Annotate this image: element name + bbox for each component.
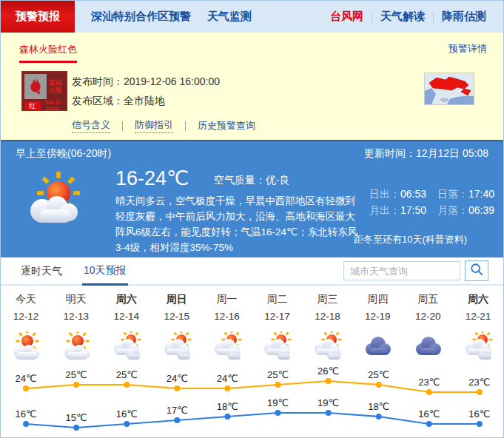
svg-text:15℃: 15℃ bbox=[66, 412, 87, 423]
svg-text:16℃: 16℃ bbox=[116, 408, 138, 420]
forecast-tabs-bar: 逐时天气 10天预报 bbox=[1, 257, 503, 286]
day-label: 周二 bbox=[252, 293, 303, 311]
forecast-column: 周三12-18 bbox=[302, 293, 352, 363]
date-label: 12-20 bbox=[403, 311, 453, 330]
weather-icon-sun-clouds bbox=[152, 330, 202, 363]
date-label: 12-18 bbox=[302, 311, 352, 330]
warning-area-map[interactable] bbox=[425, 73, 474, 104]
svg-text:16℃: 16℃ bbox=[418, 408, 440, 420]
svg-text:18℃: 18℃ bbox=[368, 401, 389, 412]
forecast-column: 周五12-20 bbox=[403, 293, 453, 363]
update-time: 更新时间：12月12日 05:08 bbox=[364, 147, 488, 161]
warning-level-badge: 红 bbox=[24, 101, 41, 111]
date-label: 12-16 bbox=[202, 311, 252, 330]
weather-icon-sun-clouds bbox=[202, 330, 252, 363]
temperature-chart: 24℃25℃25℃24℃24℃25℃26℃25℃23℃23℃16℃15℃16℃1… bbox=[1, 367, 504, 438]
defense-guide-link[interactable]: 防御指引 bbox=[135, 118, 173, 133]
search-icon bbox=[470, 263, 483, 279]
forecast-column: 周六12-14 bbox=[101, 293, 152, 363]
warning-tab-row: 森林火险红色 预警详情 bbox=[1, 33, 503, 65]
nav-right-links: 台风网 天气解读 降雨估测 bbox=[322, 10, 503, 24]
weather-icon-dark-cloud bbox=[352, 330, 403, 363]
svg-text:19℃: 19℃ bbox=[317, 397, 339, 408]
day-label: 周六 bbox=[453, 293, 503, 311]
forecast-column: 明天12-13 bbox=[51, 293, 101, 363]
svg-text:23℃: 23℃ bbox=[418, 377, 440, 388]
search-button[interactable] bbox=[465, 260, 488, 281]
sun-cloud-icon bbox=[20, 171, 91, 232]
forecast-column: 周一12-16 bbox=[202, 293, 252, 363]
day-label: 周日 bbox=[152, 293, 202, 311]
weather-icon-dark-cloud bbox=[403, 330, 453, 363]
air-quality: 空气质量：优-良 bbox=[214, 174, 290, 187]
nav-tab-monitoring[interactable]: 天气监测 bbox=[207, 10, 252, 24]
svg-text:24℃: 24℃ bbox=[217, 373, 238, 384]
publish-time: 发布时间：2019-12-06 16:00:00 bbox=[72, 75, 220, 89]
forecast-column: 今天12-12 bbox=[1, 293, 51, 363]
svg-text:16℃: 16℃ bbox=[468, 408, 490, 420]
signal-meaning-link[interactable]: 信号含义 bbox=[72, 118, 110, 133]
top-nav: 预警预报 深汕特别合作区预警 天气监测 台风网 天气解读 降雨估测 bbox=[1, 1, 503, 33]
nav-link-rainfall[interactable]: 降雨估测 bbox=[434, 10, 494, 24]
date-label: 12-19 bbox=[352, 311, 403, 330]
weather-page: 预警预报 深汕特别合作区预警 天气监测 台风网 天气解读 降雨估测 森林火险红色… bbox=[0, 0, 504, 438]
weather-description: 晴天间多云，空气极度干燥，早晨中西部地区有轻微到轻度灰霾，中午前后风力加大，沿海… bbox=[115, 193, 363, 255]
nav-link-weather-analysis[interactable]: 天气解读 bbox=[372, 10, 433, 24]
day-label: 周三 bbox=[302, 293, 352, 311]
nav-link-typhoon[interactable]: 台风网 bbox=[322, 10, 372, 24]
forecast-columns: 今天12-12明天12-13周六12-14周日12-15周一12-16周二12-… bbox=[1, 286, 503, 363]
date-label: 12-13 bbox=[51, 311, 101, 330]
wildfire-warning-icon: 森林 火险 红 WILD FIRE bbox=[21, 71, 67, 111]
divider bbox=[185, 121, 186, 131]
tab-ten-day-forecast[interactable]: 10天预报 bbox=[82, 257, 128, 286]
temperature-range: 16-24℃ bbox=[115, 166, 189, 190]
flame-icon bbox=[24, 74, 47, 99]
day-label: 明天 bbox=[51, 293, 101, 311]
svg-text:18℃: 18℃ bbox=[217, 401, 238, 412]
day-label: 周六 bbox=[101, 293, 152, 311]
svg-text:17℃: 17℃ bbox=[167, 405, 188, 416]
history-warning-query-link[interactable]: 历史预警查询 bbox=[198, 119, 255, 132]
weather-icon-sun-clouds bbox=[252, 330, 303, 363]
city-weather-search-input[interactable] bbox=[343, 261, 460, 280]
date-label: 12-15 bbox=[152, 311, 202, 330]
divider bbox=[122, 121, 123, 131]
weather-icon-sun-clouds bbox=[453, 330, 503, 363]
date-label: 12-12 bbox=[1, 311, 51, 330]
ten-day-forecast: 今天12-12明天12-13周六12-14周日12-15周一12-16周二12-… bbox=[1, 286, 503, 438]
nav-tab-shenshan[interactable]: 深汕特别合作区预警 bbox=[91, 10, 191, 24]
warning-icon-title: 森林 火险 bbox=[47, 74, 64, 99]
publish-area: 发布区域：全市陆地 bbox=[72, 95, 165, 108]
day-label: 周一 bbox=[202, 293, 252, 311]
forecast-column: 周六12-21 bbox=[453, 293, 503, 363]
svg-text:25℃: 25℃ bbox=[66, 369, 87, 380]
weather-icon-sun-clouds bbox=[302, 330, 352, 363]
warning-details-link[interactable]: 预警详情 bbox=[448, 42, 487, 55]
day-label: 周四 bbox=[352, 293, 403, 311]
temperature-chart-wrap: 24℃25℃25℃24℃24℃25℃26℃25℃23℃23℃16℃15℃16℃1… bbox=[1, 367, 504, 438]
svg-text:16℃: 16℃ bbox=[15, 408, 36, 420]
forecast-column: 周日12-15 bbox=[152, 293, 202, 363]
warning-tab-forest-fire-red[interactable]: 森林火险红色 bbox=[19, 43, 77, 63]
svg-text:24℃: 24℃ bbox=[167, 373, 188, 384]
weather-icon-sun-small-cloud bbox=[1, 330, 51, 363]
warning-icon-title-en: WILD FIRE bbox=[41, 99, 64, 112]
day-label: 今天 bbox=[1, 293, 51, 311]
svg-text:25℃: 25℃ bbox=[116, 369, 138, 380]
current-weather-panel: 早上至傍晚(06-20时) 更新时间：12月12日 05:08 bbox=[1, 140, 503, 257]
tab-hourly-weather[interactable]: 逐时天气 bbox=[19, 258, 64, 284]
date-label: 12-17 bbox=[252, 311, 303, 330]
solstice-note: 距冬至还有10天(科普资料) bbox=[354, 233, 467, 246]
sun-moon-times: 日出：06:53 日落：17:40 月出：17:50 月落：06:39 bbox=[369, 186, 504, 218]
forecast-column: 周二12-17 bbox=[252, 293, 303, 363]
date-label: 12-21 bbox=[453, 311, 503, 330]
svg-text:25℃: 25℃ bbox=[368, 369, 389, 380]
weather-icon-sun-small-cloud bbox=[51, 330, 101, 363]
nav-tab-warning-forecast[interactable]: 预警预报 bbox=[1, 1, 75, 33]
svg-text:24℃: 24℃ bbox=[15, 373, 36, 384]
forecast-column: 周四12-19 bbox=[352, 293, 403, 363]
day-label: 周五 bbox=[403, 293, 453, 311]
forecast-period: 早上至傍晚(06-20时) bbox=[16, 147, 111, 161]
svg-text:26℃: 26℃ bbox=[317, 367, 339, 377]
warning-section: 森林火险红色 预警详情 森林 火险 红 WILD FIRE bbox=[1, 33, 503, 140]
